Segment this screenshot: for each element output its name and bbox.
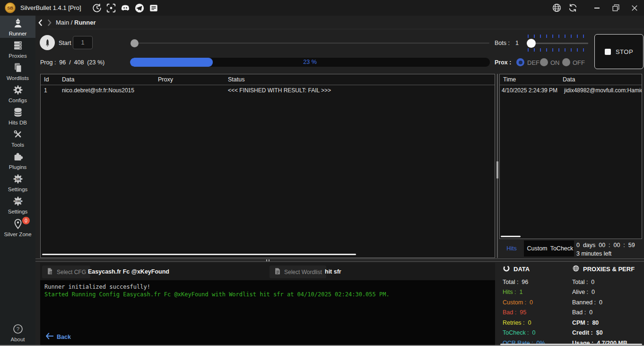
sidebar-item-runner[interactable]: Runner xyxy=(0,16,35,38)
sidebar-item-label: Proxies xyxy=(9,53,26,59)
start-input[interactable] xyxy=(73,36,93,49)
proxy-stat-total: Total :0 xyxy=(572,279,635,285)
sidebar-item-proxies[interactable]: Proxies xyxy=(0,38,35,60)
horizontal-splitter-grip[interactable] xyxy=(266,259,270,261)
sync-icon[interactable] xyxy=(565,0,581,16)
sidebar-item-label: Plugins xyxy=(9,164,27,170)
sidebar-item-about[interactable]: ? About xyxy=(0,323,35,342)
sidebar-item-configs[interactable]: Configs xyxy=(0,82,35,105)
stop-button[interactable]: STOP xyxy=(594,34,644,69)
stat-bad: Bad :95 xyxy=(503,309,545,316)
proxies-stats-header: PROXIES & PERF xyxy=(572,265,635,274)
app-logo-icon: SB xyxy=(5,2,16,13)
sidebar-item-wordlists[interactable]: Wordlists xyxy=(0,60,35,82)
worker-icon xyxy=(12,18,24,30)
proxy-stat-banned: Banned :0 xyxy=(572,299,635,306)
start-label: Start : xyxy=(59,40,74,46)
results-hscrollbar[interactable] xyxy=(42,254,356,255)
prox-radio-def[interactable] xyxy=(516,58,524,66)
tab-tocheck[interactable]: ToCheck xyxy=(548,240,575,257)
select-cfg-button[interactable]: Select CFG xyxy=(42,266,90,278)
globe-icon[interactable] xyxy=(548,0,565,16)
sidebar-item-plugins[interactable]: Plugins xyxy=(0,149,35,171)
col-header-time: Time xyxy=(500,76,563,83)
bots-value: 1 xyxy=(515,40,519,46)
svg-text:SB: SB xyxy=(16,177,20,180)
stat-retries: Retries :0 xyxy=(503,319,545,326)
select-wordlist-button[interactable]: Select Wordlist xyxy=(270,266,326,278)
prox-label: Prox : xyxy=(495,59,511,66)
back-button[interactable]: Back xyxy=(45,333,71,341)
sidebar-item-settings-sb[interactable]: SB Settings xyxy=(0,171,35,194)
telegram-icon[interactable] xyxy=(132,2,147,14)
prox-radio-off[interactable] xyxy=(562,58,570,68)
sidebar-item-hitsdb[interactable]: Hits DB xyxy=(0,105,35,127)
close-button[interactable] xyxy=(625,0,644,16)
tab-custom-label: Custom xyxy=(527,245,547,252)
hit-row[interactable]: 4/10/2025 2:24:39 PM jidix48982@movfull.… xyxy=(500,86,642,95)
stat-total: Total :96 xyxy=(503,279,545,285)
sidebar-item-tools[interactable]: Tools xyxy=(0,127,35,149)
eta-remaining: 3 minutes left xyxy=(576,250,611,257)
restore-button[interactable] xyxy=(606,0,625,16)
capture-icon[interactable] xyxy=(104,2,118,14)
col-header-data: Data xyxy=(62,76,158,83)
sidebar-item-silver-zone[interactable]: 0 Silver Zone xyxy=(0,216,35,240)
hits-table-header: Time Data xyxy=(500,74,642,85)
notes-icon[interactable] xyxy=(147,2,161,14)
start-slider-thumb[interactable] xyxy=(131,39,139,47)
nav-forward-chevron[interactable] xyxy=(47,19,52,28)
bots-slider-track[interactable] xyxy=(527,43,588,44)
breadcrumb-prefix: Main / xyxy=(56,19,74,26)
bots-slider-ticks-top xyxy=(528,35,589,38)
bots-slider-thumb[interactable] xyxy=(527,39,536,48)
selected-config-value: Easycash.fr Fc @xKeyFound xyxy=(88,268,169,275)
select-wordlist-label: Select Wordlist xyxy=(284,269,322,275)
sidebar: Runner Proxies Wordlists Configs Hits DB… xyxy=(0,16,35,346)
proxies-stats-panel: PROXIES & PERF Total :0 Alive :0 Banned … xyxy=(572,265,635,346)
prox-radio-on-label: ON xyxy=(550,59,560,66)
tab-tocheck-label: ToCheck xyxy=(550,245,574,252)
col-header-proxy: Proxy xyxy=(158,76,228,83)
gear-sb-icon: SB xyxy=(12,173,24,186)
prox-radio-on[interactable] xyxy=(540,58,548,68)
select-cfg-label: Select CFG xyxy=(57,269,86,275)
history-icon[interactable] xyxy=(90,2,104,14)
table-row[interactable]: 1 nico.debret@sfr.fr:Nous2015 <<< FINISH… xyxy=(41,86,495,95)
tab-hits[interactable]: Hits xyxy=(499,240,524,257)
horizontal-splitter[interactable] xyxy=(35,258,644,262)
silverbullet-window: SB SilverBullet 1.4.1 [Pro] xyxy=(0,0,644,346)
svg-text:CORE: CORE xyxy=(15,200,21,202)
puzzle-icon xyxy=(12,151,24,163)
stat-hits: Hits :1 xyxy=(503,289,545,295)
silver-zone-badge: 0 xyxy=(22,217,30,224)
hits-hscrollbar[interactable] xyxy=(501,236,521,237)
start-slider-track[interactable] xyxy=(131,43,489,44)
vertical-splitter-grip[interactable] xyxy=(496,161,498,178)
discord-icon[interactable] xyxy=(118,2,132,14)
tab-custom[interactable]: Custom xyxy=(524,240,550,257)
sidebar-item-settings-core[interactable]: CORE Settings xyxy=(0,194,35,216)
prox-radio-def-label: DEF xyxy=(527,59,540,66)
sidebar-item-label: Runner xyxy=(9,31,27,36)
sidebar-item-label: Settings xyxy=(8,186,28,192)
eta-time: 0 days 00 : 00 : 59 xyxy=(576,242,635,248)
proxy-stat-bad: Bad :0 xyxy=(572,309,635,316)
col-header-hitdata: Data xyxy=(563,76,575,83)
minimize-button[interactable] xyxy=(587,0,606,16)
sidebar-item-label: Configs xyxy=(9,98,27,103)
results-table: Id Data Proxy Status 1 nico.debret@sfr.f… xyxy=(40,74,495,258)
selected-wordlist-value: hit sfr xyxy=(325,268,341,275)
nav-back-chevron[interactable] xyxy=(38,19,43,28)
bots-slider-ticks-bottom xyxy=(528,48,589,52)
question-icon: ? xyxy=(12,323,24,336)
proxy-stat-credit: Credit :$0 xyxy=(572,329,635,336)
about-label: About xyxy=(10,337,25,342)
sidebar-item-label: Hits DB xyxy=(9,120,27,125)
sidebar-item-label: Wordlists xyxy=(7,75,29,81)
bots-label: Bots : xyxy=(495,40,510,46)
col-header-status: Status xyxy=(228,76,244,83)
breadcrumb-divider xyxy=(47,29,644,29)
servers-icon xyxy=(12,40,24,52)
proxy-stat-alive: Alive :0 xyxy=(572,289,635,295)
